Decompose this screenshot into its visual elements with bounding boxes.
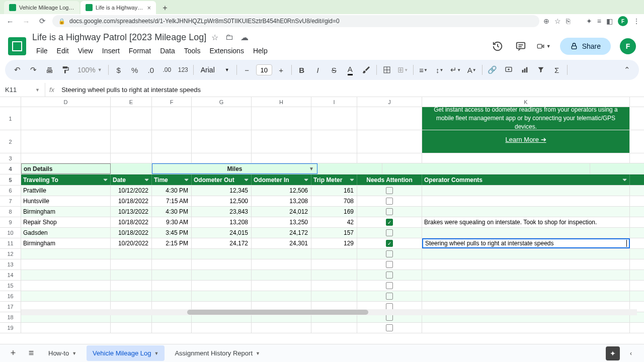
cell[interactable] — [252, 249, 311, 259]
cell[interactable] — [422, 281, 630, 291]
cell[interactable] — [311, 259, 357, 269]
close-icon[interactable]: × — [147, 4, 151, 12]
learn-more-link[interactable]: Learn More ➔ — [505, 136, 546, 147]
cell[interactable] — [192, 270, 252, 280]
cell[interactable]: 42 — [311, 217, 357, 227]
cell[interactable] — [192, 291, 252, 301]
row-header[interactable]: 17 — [0, 302, 21, 312]
row-header[interactable]: 11 — [0, 238, 21, 248]
cell[interactable]: Prattville — [21, 186, 111, 196]
tab-scroll-button[interactable]: ‹ — [624, 346, 638, 360]
profile-avatar[interactable]: F — [618, 16, 628, 26]
cell[interactable] — [422, 323, 630, 333]
borders-button[interactable] — [380, 63, 394, 77]
cell[interactable]: 12,500 — [192, 196, 252, 206]
row-header[interactable]: 1 — [0, 107, 21, 130]
col-header-D[interactable]: D — [21, 97, 111, 107]
cell[interactable]: Gadsden — [21, 228, 111, 238]
font-select[interactable]: Arial ▼ — [197, 66, 233, 74]
chart-button[interactable] — [518, 63, 532, 77]
cell[interactable] — [357, 281, 422, 291]
cell[interactable]: 12,345 — [192, 186, 252, 196]
cell[interactable]: 157 — [311, 228, 357, 238]
zoom-select[interactable]: 100% ▼ — [74, 66, 105, 74]
row-header[interactable]: 2 — [0, 130, 21, 153]
checkbox[interactable] — [386, 187, 393, 194]
cell[interactable]: Birmingham — [21, 238, 111, 248]
add-sheet-button[interactable]: + — [6, 346, 20, 360]
cell[interactable] — [357, 270, 422, 280]
reload-button[interactable]: ⟳ — [36, 15, 48, 27]
row-header[interactable]: 14 — [0, 270, 21, 280]
cell[interactable]: 13,250 — [252, 217, 311, 227]
miles-header[interactable]: Miles▼ — [152, 163, 317, 174]
cell[interactable]: 13,208 — [192, 217, 252, 227]
menu-file[interactable]: File — [32, 45, 52, 57]
collapse-toolbar-button[interactable]: ⌃ — [620, 63, 634, 77]
cell[interactable] — [192, 249, 252, 259]
strike-button[interactable]: S — [327, 63, 341, 77]
banner-link-cell[interactable]: Learn More ➔ — [422, 130, 630, 153]
cell[interactable]: 24,172 — [192, 238, 252, 248]
menu-tools[interactable]: Tools — [180, 45, 205, 57]
cell[interactable] — [152, 270, 192, 280]
filter-icon[interactable]: ⏷ — [184, 177, 189, 183]
filter-button[interactable] — [534, 63, 548, 77]
cell[interactable] — [192, 259, 252, 269]
header-date[interactable]: Date⏷ — [111, 174, 152, 185]
menu-insert[interactable]: Insert — [98, 45, 124, 57]
sheet-tab-mileage[interactable]: Vehicle Mileage Log ▼ — [87, 345, 165, 361]
row-header[interactable]: 18 — [0, 312, 21, 322]
cell[interactable] — [357, 207, 422, 217]
increase-font-button[interactable]: + — [274, 63, 288, 77]
dropdown-icon[interactable]: ▼ — [309, 166, 314, 171]
cell[interactable] — [152, 249, 192, 259]
cell[interactable] — [111, 259, 152, 269]
cell[interactable] — [152, 259, 192, 269]
comments-icon[interactable] — [514, 39, 528, 53]
cell[interactable] — [111, 249, 152, 259]
select-all-corner[interactable] — [0, 97, 21, 107]
cell[interactable] — [357, 249, 422, 259]
cell[interactable] — [422, 291, 630, 301]
cell[interactable] — [422, 207, 630, 217]
cell[interactable] — [192, 323, 252, 333]
row-header[interactable]: 7 — [0, 196, 21, 206]
zoom-icon[interactable]: ⊕ — [543, 17, 549, 25]
cell[interactable]: 24,012 — [252, 207, 311, 217]
menu-extensions[interactable]: Extensions — [205, 45, 248, 57]
decrease-decimal-button[interactable]: .0 — [144, 63, 158, 77]
header-time[interactable]: Time⏷ — [152, 174, 192, 185]
install-icon[interactable]: ⎘ — [566, 17, 570, 25]
cell[interactable] — [357, 228, 422, 238]
all-sheets-button[interactable]: ≡ — [24, 346, 38, 360]
header-needs-attention[interactable]: Needs Attention — [357, 174, 422, 185]
cell[interactable]: 2:15 PM — [152, 238, 192, 248]
row-header[interactable]: 8 — [0, 207, 21, 217]
new-tab-button[interactable]: + — [159, 2, 171, 14]
font-size-input[interactable]: 10 — [256, 64, 272, 75]
cell[interactable]: ✓ — [357, 238, 422, 248]
extensions-icon[interactable]: ✦ — [586, 17, 592, 25]
formula-input[interactable]: Steering wheel pulls to right at interst… — [58, 86, 644, 94]
paint-format-button[interactable] — [58, 63, 72, 77]
col-header-G[interactable]: G — [192, 97, 252, 107]
scrollbar-thumb[interactable] — [187, 310, 368, 315]
browser-tab-0[interactable]: Vehicle Mileage Log - Google S — [4, 1, 79, 14]
cell[interactable]: 13,208 — [252, 196, 311, 206]
cell[interactable] — [192, 281, 252, 291]
menu-format[interactable]: Format — [125, 45, 155, 57]
cell[interactable] — [252, 281, 311, 291]
name-box[interactable]: K11▼ — [0, 83, 45, 97]
italic-button[interactable]: I — [311, 63, 325, 77]
header-traveling-to[interactable]: Traveling To⏷ — [21, 174, 111, 185]
cell[interactable] — [21, 259, 111, 269]
checkbox[interactable] — [386, 282, 393, 289]
format-123-button[interactable]: 123 — [176, 63, 190, 77]
cell[interactable] — [152, 323, 192, 333]
cell[interactable] — [252, 259, 311, 269]
filter-icon[interactable]: ⏷ — [350, 177, 355, 183]
filter-icon[interactable]: ⏷ — [304, 177, 309, 183]
cell[interactable] — [422, 270, 630, 280]
decrease-font-button[interactable]: − — [240, 63, 254, 77]
